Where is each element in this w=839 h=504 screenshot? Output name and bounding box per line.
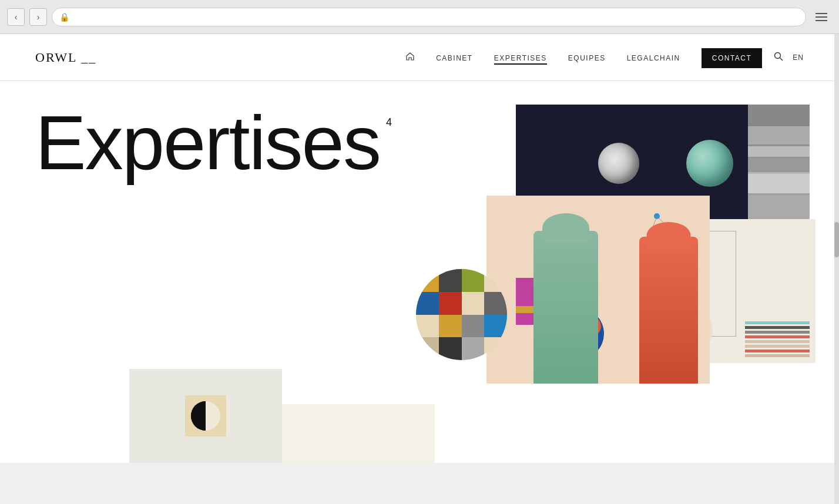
hero-title-wrapper: Expertises 4 — [35, 105, 380, 181]
mosaic-cell — [439, 292, 462, 315]
search-icon[interactable] — [774, 52, 783, 63]
nav-icons: EN — [774, 52, 804, 63]
nav-cabinet[interactable]: CABINET — [436, 52, 473, 63]
hero-section: Expertises 4 — [0, 81, 839, 463]
forward-button[interactable]: › — [29, 8, 47, 26]
image-collage — [498, 105, 815, 463]
mosaic-cell — [439, 337, 462, 360]
stripe — [748, 174, 810, 193]
stripe — [748, 159, 810, 172]
stripe-tan — [745, 354, 810, 357]
mosaic-cell — [462, 315, 485, 338]
mosaic-image — [416, 269, 507, 360]
stripe-red2 — [745, 350, 810, 352]
stripe — [748, 128, 810, 145]
mosaic-cell — [416, 292, 439, 315]
nav-home[interactable] — [405, 52, 415, 63]
hands-image — [486, 196, 710, 384]
planet-shape — [686, 140, 733, 187]
nav-equipes[interactable]: EQUIPES — [568, 52, 606, 63]
scrollbar[interactable] — [834, 34, 839, 504]
hero-superscript: 4 — [386, 116, 392, 129]
svg-rect-1 — [815, 16, 827, 18]
mosaic-cell — [416, 315, 439, 338]
yin-yang-card — [129, 369, 282, 463]
mosaic-cell — [416, 269, 439, 292]
language-selector[interactable]: EN — [793, 53, 804, 62]
svg-rect-0 — [815, 13, 827, 14]
nav-contact[interactable]: CONTACT — [702, 52, 763, 63]
stripe — [748, 105, 810, 126]
grid-stripes — [745, 321, 810, 357]
pale-card — [282, 404, 435, 463]
yin-yang-circle — [191, 401, 220, 431]
navigation: ORWL __ CABINET EXPERTISES EQUIPES LEGAL… — [0, 34, 839, 81]
home-icon — [405, 52, 415, 61]
stripe-teal — [745, 321, 810, 324]
dark-half — [191, 401, 206, 431]
browser-chrome: ‹ › 🔒 — [0, 0, 839, 34]
stripe-gray — [745, 331, 810, 334]
stripe-dark — [745, 326, 810, 329]
mosaic-cell — [462, 337, 485, 360]
green-hand — [533, 231, 598, 384]
logo[interactable]: ORWL __ — [35, 50, 96, 65]
svg-rect-2 — [815, 20, 827, 21]
scrollbar-thumb[interactable] — [834, 222, 839, 257]
yin-yang-symbol — [182, 392, 229, 439]
bottom-cards — [129, 369, 435, 463]
nav-legalchain[interactable]: LEGALCHAIN — [627, 52, 680, 63]
mosaic-cell — [439, 315, 462, 338]
nav-links: CABINET EXPERTISES EQUIPES LEGALCHAIN CO… — [405, 52, 762, 63]
stripe-beige — [745, 340, 810, 343]
mosaic-cell — [416, 337, 439, 360]
stripe-red — [745, 335, 810, 338]
stripe — [748, 195, 810, 222]
mosaic-cell — [439, 269, 462, 292]
website-content: ORWL __ CABINET EXPERTISES EQUIPES LEGAL… — [0, 34, 839, 463]
hero-title: Expertises — [35, 105, 380, 181]
mosaic-cell — [462, 292, 485, 315]
lock-icon: 🔒 — [59, 12, 69, 22]
svg-line-4 — [780, 58, 783, 61]
light-half — [206, 401, 220, 431]
back-button[interactable]: ‹ — [7, 8, 25, 26]
moon-shape — [598, 143, 639, 184]
stripe — [748, 146, 810, 157]
red-hand — [639, 237, 698, 384]
menu-button[interactable] — [811, 8, 832, 26]
stripe-panel — [748, 105, 810, 222]
svg-point-3 — [775, 52, 781, 58]
stripe-beige2 — [745, 345, 810, 348]
address-bar[interactable]: 🔒 — [52, 8, 806, 26]
mosaic-cell — [462, 269, 485, 292]
nav-expertises[interactable]: EXPERTISES — [494, 52, 547, 63]
